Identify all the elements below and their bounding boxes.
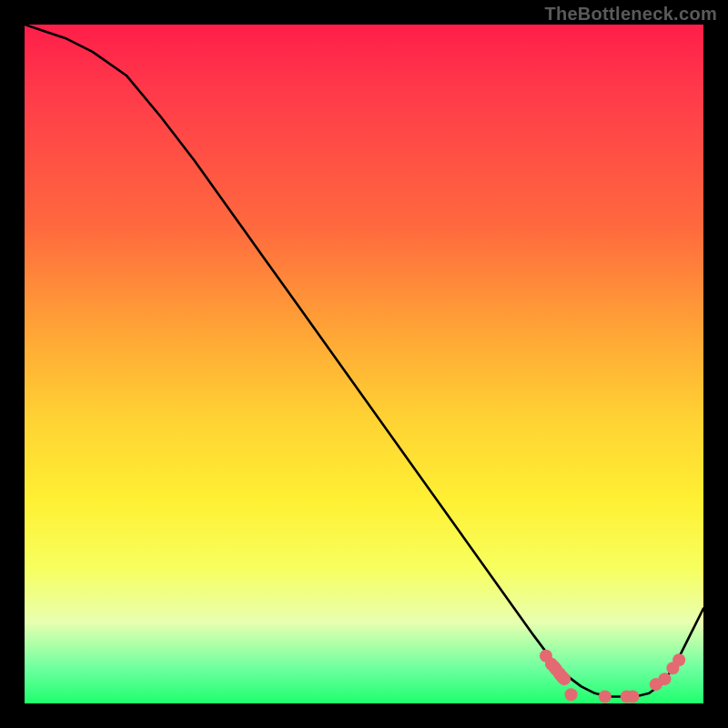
watermark-text: TheBottleneck.com (544, 4, 717, 25)
marker-dot (558, 672, 571, 685)
marker-dots (540, 650, 685, 703)
chart-stage: TheBottleneck.com (0, 0, 728, 728)
plot-area (25, 25, 703, 703)
marker-dot (672, 653, 685, 666)
marker-dot (599, 691, 612, 703)
marker-dot (626, 691, 639, 703)
plot-overlay (25, 25, 703, 703)
curve-line (25, 25, 703, 697)
marker-dot (658, 672, 671, 685)
marker-dot (565, 688, 578, 701)
